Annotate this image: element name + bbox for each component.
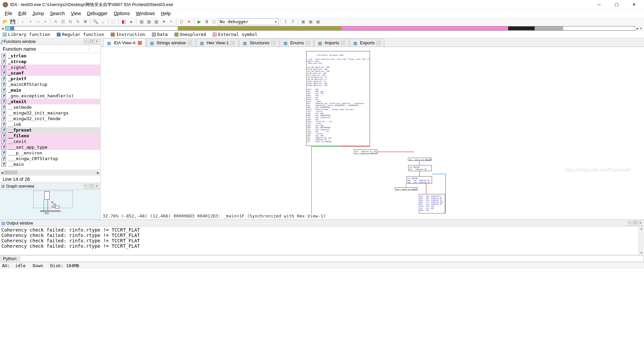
open-button[interactable]: 📂 (2, 18, 9, 25)
function-row[interactable]: f___set_app_type (0, 144, 100, 150)
function-row[interactable]: f_strlen (0, 53, 100, 59)
text-search-icon[interactable]: A (52, 18, 59, 25)
nav-back-button[interactable]: ← (20, 18, 26, 25)
save-button[interactable]: 💾 (9, 18, 16, 25)
tab-close-button[interactable]: × (377, 41, 381, 45)
python-input[interactable] (20, 255, 644, 262)
nav-back-menu[interactable]: ▾ (27, 18, 34, 25)
tab-close-button[interactable]: × (271, 41, 275, 45)
step-over-icon[interactable]: ⤴ (289, 18, 296, 25)
star-icon[interactable]: ✦ (160, 18, 167, 25)
grid2-icon[interactable]: ▦ (146, 18, 152, 25)
graph-node-main[interactable]: ; Attributes: bp-based frame ; int __cde… (306, 51, 370, 146)
nav-fwd-button[interactable]: → (35, 18, 41, 25)
function-row[interactable]: f__fileno (0, 133, 100, 139)
out-min-button[interactable]: □ (627, 221, 632, 226)
nav-fwd-menu[interactable]: ▾ (42, 18, 49, 25)
panel-pop-button[interactable]: ☐ (89, 39, 94, 44)
menu-debugger[interactable]: Debugger (84, 10, 110, 17)
tab-exports[interactable]: ▦Exports× (350, 39, 384, 47)
function-row[interactable]: f__main (0, 161, 100, 167)
breakpoint-red-icon[interactable]: ◧ (120, 18, 127, 25)
go-pop-button[interactable]: ☐ (89, 184, 94, 189)
grid1-icon[interactable]: ▦ (138, 18, 145, 25)
go-min-button[interactable]: □ (84, 184, 88, 189)
menu-jump[interactable]: Jump (30, 10, 47, 17)
graph-node-3[interactable]: loc_40132E: mov [ebp+var_4], adi esi, [e… (408, 165, 432, 171)
nav-segment[interactable] (10, 27, 14, 30)
run-button[interactable]: ▶ (196, 18, 203, 25)
function-row[interactable]: f__mingw32_init_fmode (0, 116, 100, 121)
reload-icon[interactable]: ↻ (74, 18, 81, 25)
menu-options[interactable]: Options (111, 10, 132, 17)
tab-structures[interactable]: ▦Structures× (239, 39, 279, 47)
tab-close-button[interactable]: × (188, 41, 192, 45)
go-close-button[interactable]: × (94, 184, 99, 189)
tab-enums[interactable]: ▦Enums× (280, 39, 313, 47)
debugger-select[interactable]: No debugger▼ (218, 18, 278, 25)
nav-segment[interactable] (508, 27, 535, 30)
toggle-icon[interactable]: ⬚ (110, 18, 117, 25)
functions-hscroll[interactable]: ◀▶ (0, 169, 100, 175)
grid3-icon[interactable]: ▦ (153, 18, 160, 25)
tab-ida-view-a[interactable]: ▦IDA View-A× (103, 39, 146, 47)
tool-a-icon[interactable]: ▣ (300, 18, 307, 25)
function-row[interactable]: f_gnu_exception_handler(x) (0, 93, 100, 99)
tab-close-button[interactable]: × (341, 41, 345, 45)
panel-min-button[interactable]: □ (84, 39, 88, 44)
output-scrollbar[interactable]: ▴▾ (638, 227, 644, 255)
function-row[interactable]: f__fpreset (0, 127, 100, 133)
out-close-button[interactable]: × (638, 221, 643, 226)
maximize-button[interactable]: ▢ (611, 1, 622, 8)
functions-column-header[interactable]: Function name ˄˅ (0, 45, 100, 53)
tab-strings-window[interactable]: ▦Strings window× (146, 39, 196, 47)
stop-button[interactable]: □ (211, 18, 217, 25)
graph-node-6[interactable]: lea eax, [ebp+Str1] mov edx, [ebp+var_4]… (419, 194, 445, 213)
graph-overview-canvas[interactable] (0, 190, 100, 219)
binary-search-icon[interactable]: ☰ (60, 18, 66, 25)
zoom-icon[interactable]: 🔍 (92, 18, 99, 25)
tab-close-button[interactable]: × (306, 41, 310, 45)
menu-view[interactable]: View (68, 10, 84, 17)
nav-segment[interactable] (5, 27, 10, 30)
search-next-icon[interactable]: N (67, 18, 74, 25)
function-row[interactable]: f_signal (0, 64, 100, 70)
nav-segment[interactable] (535, 27, 563, 30)
menu-search[interactable]: Search (47, 10, 67, 17)
tab-imports[interactable]: ▦Imports× (314, 39, 349, 47)
graph-node-5[interactable]: jmp short loc_401367 (395, 187, 418, 190)
graph-node-1[interactable]: cmp [ebp+var_8], 8h jg short loc_40131E (354, 149, 377, 154)
dropdown-icon[interactable]: ▾ (168, 18, 174, 25)
menu-windows[interactable]: Windows (133, 10, 158, 17)
menu-file[interactable]: File (2, 10, 15, 17)
function-row[interactable]: f___mingw_CRTStartup (0, 156, 100, 161)
nav-segment[interactable] (178, 27, 341, 30)
tab-close-button[interactable]: × (138, 41, 142, 45)
code-icon[interactable]: ⟨⟩ (178, 18, 185, 25)
close-button[interactable]: ✕ (629, 1, 639, 8)
menu-edit[interactable]: Edit (16, 10, 29, 17)
navigation-band[interactable]: ◀ ▶ ▼ (0, 26, 644, 31)
step-into-icon[interactable]: ⤵ (282, 18, 289, 25)
function-row[interactable]: f_scanf (0, 70, 100, 76)
nav-segment[interactable] (14, 27, 178, 30)
tab-hex-view-1[interactable]: ▦Hex View-1× (196, 39, 238, 47)
function-row[interactable]: f_mainCRTStartup (0, 82, 100, 87)
output-text[interactable]: Coherency check failed: rinfo.rtype != T… (0, 227, 638, 255)
function-row[interactable]: f__iob (0, 121, 100, 127)
tool-b-icon[interactable]: ▣ (307, 18, 314, 25)
python-label[interactable]: Python (0, 255, 19, 262)
breakpoint-green-icon[interactable]: ● (128, 18, 135, 25)
function-row[interactable]: f__mingw32_init_mainargs (0, 110, 100, 116)
graph-node-2[interactable]: jmp short loc_40132E (408, 158, 431, 161)
function-row[interactable]: f___p__environ (0, 150, 100, 156)
tab-close-button[interactable]: × (231, 41, 235, 45)
graph-node-4[interactable]: loc_401338: mov eax, [ebp+var_8] cmp eax… (407, 176, 432, 184)
arrow-down-icon[interactable]: ↓ (100, 18, 106, 25)
stop-icon[interactable]: ✖ (82, 18, 89, 25)
function-row[interactable]: f__setmode (0, 104, 100, 110)
minimize-button[interactable]: ─ (594, 1, 604, 8)
panel-close-button[interactable]: × (94, 39, 99, 44)
pause-button[interactable]: ⏸ (203, 18, 210, 25)
function-row[interactable]: f_atexit (0, 99, 100, 104)
